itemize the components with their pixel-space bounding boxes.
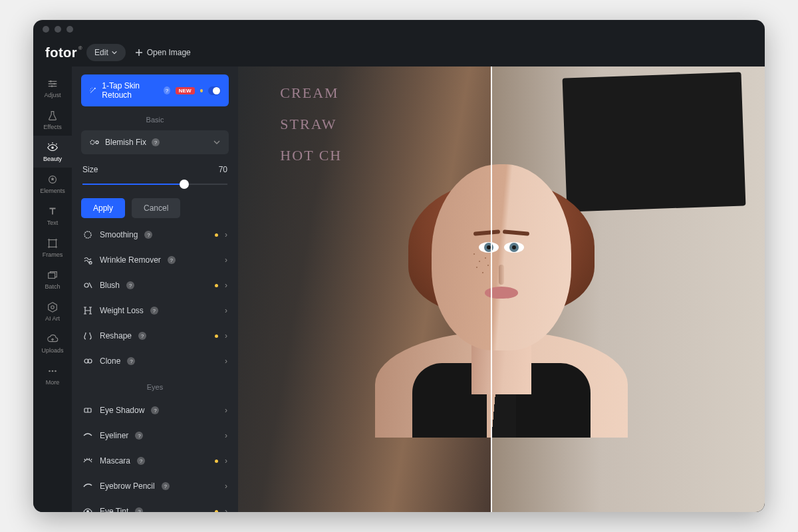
- sidebar-item-batch[interactable]: Batch: [33, 263, 72, 295]
- weightloss-icon: [82, 305, 93, 316]
- blemish-fix-row[interactable]: Blemish Fix ?: [81, 130, 229, 154]
- size-value: 70: [219, 165, 227, 174]
- tool-label: Mascara: [100, 456, 130, 466]
- help-icon[interactable]: ?: [144, 231, 152, 239]
- eyeliner-icon: [82, 430, 93, 441]
- body: Adjust Effects Beauty Elements Text Fram…: [33, 66, 765, 512]
- retouch-label: 1-Tap Skin Retouch: [102, 81, 158, 100]
- help-icon[interactable]: ?: [126, 281, 134, 289]
- size-row: Size 70: [82, 165, 227, 174]
- slider-fill: [82, 184, 184, 185]
- sidebar-item-text[interactable]: Text: [33, 200, 72, 231]
- svg-point-11: [90, 140, 94, 144]
- eyetint-icon: [82, 506, 93, 512]
- cloud-upload-icon: [47, 333, 59, 345]
- tool-label: Eyebrow Pencil: [100, 481, 155, 491]
- tool-label: Clone: [100, 356, 120, 366]
- tool-weightloss[interactable]: Weight Loss?›: [81, 298, 229, 323]
- help-icon[interactable]: ?: [162, 482, 170, 490]
- frame-icon: [47, 237, 59, 249]
- chevron-right-icon: ›: [225, 507, 227, 512]
- edit-dropdown[interactable]: Edit: [86, 44, 126, 61]
- window-minimize-icon[interactable]: [55, 26, 61, 33]
- help-icon[interactable]: ?: [127, 357, 135, 365]
- toggle-switch[interactable]: [208, 86, 221, 95]
- status-dot: [215, 284, 218, 287]
- sidebar-item-effects[interactable]: Effects: [33, 104, 72, 136]
- help-icon[interactable]: ?: [164, 86, 170, 94]
- window-close-icon[interactable]: [43, 26, 49, 33]
- tool-smoothing[interactable]: Smoothing?›: [81, 222, 229, 247]
- size-label: Size: [82, 165, 98, 174]
- help-icon[interactable]: ?: [135, 507, 143, 512]
- titlebar: [33, 20, 765, 39]
- tool-blush[interactable]: Blush?›: [81, 273, 229, 298]
- blush-icon: [82, 280, 93, 291]
- app-window: fotor® Edit Open Image Adjust Effects Be…: [33, 20, 765, 512]
- sidebar-item-uploads[interactable]: Uploads: [33, 327, 72, 359]
- help-icon[interactable]: ?: [135, 432, 143, 440]
- clone-icon: [82, 356, 93, 366]
- sidebar: Adjust Effects Beauty Elements Text Fram…: [33, 66, 72, 512]
- tool-label: Smoothing: [100, 230, 138, 239]
- tool-label: Blush: [100, 281, 120, 290]
- sidebar-item-more[interactable]: More: [33, 359, 72, 391]
- help-icon[interactable]: ?: [150, 307, 158, 315]
- more-icon: [47, 365, 59, 377]
- apply-button[interactable]: Apply: [81, 198, 125, 218]
- tool-eyetint[interactable]: Eye Tint?›: [81, 499, 229, 512]
- tool-wrinkle[interactable]: Wrinkle Remover?›: [81, 247, 229, 273]
- tool-label: Wrinkle Remover: [100, 255, 161, 265]
- chevron-right-icon: ›: [225, 306, 227, 315]
- chevron-right-icon: ›: [225, 431, 227, 440]
- tool-eyebrow[interactable]: Eyebrow Pencil?›: [81, 473, 229, 499]
- tool-label: Reshape: [100, 331, 132, 340]
- tool-label: Eye Shadow: [100, 406, 144, 415]
- cancel-button[interactable]: Cancel: [132, 198, 180, 218]
- svg-point-8: [49, 370, 51, 372]
- ai-icon: [47, 301, 59, 313]
- tool-eyeliner[interactable]: Eyeliner?›: [81, 423, 229, 448]
- edit-label: Edit: [94, 48, 108, 57]
- svg-point-9: [52, 370, 54, 372]
- svg-point-0: [50, 80, 52, 82]
- slider-thumb[interactable]: [180, 180, 189, 189]
- sidebar-label: AI Art: [45, 315, 60, 322]
- tool-reshape[interactable]: Reshape?›: [81, 323, 229, 348]
- section-basic-label: Basic: [81, 116, 229, 124]
- tool-eyeshadow[interactable]: Eye Shadow?›: [81, 398, 229, 423]
- help-icon[interactable]: ?: [138, 332, 146, 340]
- help-icon[interactable]: ?: [168, 256, 176, 264]
- beauty-panel: 1-Tap Skin Retouch ? NEW Basic Blemish F…: [72, 66, 238, 512]
- open-image-label: Open Image: [147, 48, 191, 57]
- status-dot: [215, 460, 218, 463]
- flask-icon: [47, 110, 59, 122]
- size-slider[interactable]: [82, 180, 227, 189]
- window-maximize-icon[interactable]: [66, 26, 73, 33]
- blemish-icon: [89, 137, 100, 148]
- before-after-divider[interactable]: [491, 66, 492, 512]
- sidebar-item-aiart[interactable]: AI Art: [33, 295, 72, 327]
- help-icon[interactable]: ?: [137, 457, 145, 465]
- sidebar-item-adjust[interactable]: Adjust: [33, 72, 72, 104]
- sidebar-label: Uploads: [41, 347, 63, 354]
- blemish-label: Blemish Fix: [105, 138, 146, 147]
- new-badge: NEW: [176, 87, 195, 94]
- sidebar-label: Effects: [43, 124, 61, 130]
- sidebar-item-beauty[interactable]: Beauty: [33, 136, 72, 168]
- plus-icon: [135, 49, 143, 57]
- tool-label: Weight Loss: [100, 306, 144, 315]
- skin-retouch-toggle[interactable]: 1-Tap Skin Retouch ? NEW: [81, 74, 229, 106]
- chevron-right-icon: ›: [225, 230, 227, 239]
- open-image-button[interactable]: Open Image: [135, 48, 191, 57]
- tool-mascara[interactable]: Mascara?›: [81, 448, 229, 473]
- svg-point-3: [51, 146, 54, 149]
- help-icon[interactable]: ?: [152, 138, 160, 146]
- canvas[interactable]: CREAM STRAW HOT CH: [238, 66, 765, 512]
- tool-clone[interactable]: Clone?›: [81, 348, 229, 374]
- sidebar-item-elements[interactable]: Elements: [33, 168, 72, 200]
- chevron-right-icon: ›: [225, 456, 227, 466]
- text-icon: [47, 205, 59, 217]
- help-icon[interactable]: ?: [151, 406, 159, 414]
- sidebar-item-frames[interactable]: Frames: [33, 231, 72, 263]
